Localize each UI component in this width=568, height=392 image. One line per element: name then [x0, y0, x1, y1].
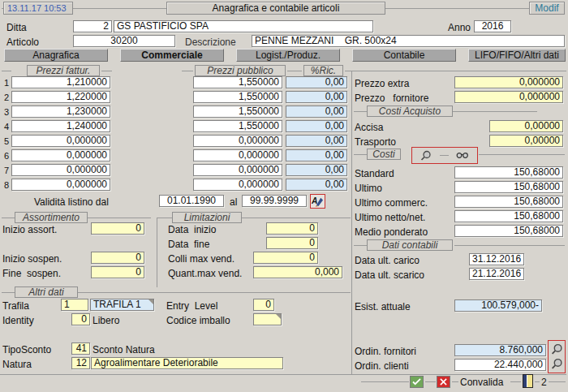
costi-glasses-icon[interactable] — [456, 152, 469, 159]
data-inizio-field[interactable]: 0 — [266, 222, 318, 235]
natura-code-field[interactable]: 12 — [71, 357, 90, 369]
divider-line — [2, 292, 15, 293]
prezzo-fattur-field[interactable]: 0,000000 — [11, 149, 110, 162]
convalida-confirm-button[interactable] — [410, 376, 424, 388]
divider-line — [425, 381, 436, 382]
quant-max-vend-label: Quant.max vend. — [168, 268, 242, 279]
prezzo-pubblico-field[interactable]: 0,000000 — [193, 179, 282, 191]
ordin-clienti-label: Ordin. clienti — [355, 360, 409, 372]
prezzo-fattur-field[interactable]: 1,230000 — [11, 106, 110, 118]
prezzo-fornitore-label: Prezzo fornitore — [355, 93, 428, 104]
divider-line — [354, 154, 367, 155]
natura-desc-field[interactable]: Agroalimentare Deteriorabile — [91, 357, 283, 369]
prezzo-extra-label: Prezzo extra — [355, 78, 409, 89]
costo-standard-field[interactable]: 150,68000 — [454, 166, 563, 179]
articolo-label: Articolo — [6, 37, 39, 48]
altri-dati-group-header: Altri dati — [15, 286, 78, 298]
inizio-assort-field[interactable]: 0 — [91, 222, 144, 235]
divider-line — [101, 71, 112, 71]
colli-max-vend-label: Colli max vend. — [168, 253, 235, 265]
costo-medio-ponderato-label: Medio ponderato — [355, 226, 428, 238]
prezzo-extra-field[interactable]: 0,000000 — [454, 76, 563, 88]
costo-ultimo-commerc-field[interactable]: 150,68000 — [454, 196, 563, 208]
prezzo-pubblico-field[interactable]: 0,000000 — [193, 135, 282, 147]
esist-attuale-field: 100.579,000- — [454, 299, 542, 312]
divider-line — [157, 218, 172, 218]
fine-sospen-field[interactable]: 0 — [91, 266, 144, 278]
costi-search-icon[interactable] — [420, 150, 432, 162]
tiposconto-desc-label: Sconto Natura — [93, 344, 155, 355]
data-ult-carico-label: Data ult. carico — [355, 255, 420, 266]
prezzo-fattur-field[interactable]: 0,000000 — [11, 164, 110, 176]
prezzo-pubblico-field[interactable]: 0,000000 — [193, 149, 282, 162]
colli-max-vend-field[interactable]: 0 — [253, 252, 318, 264]
prezzo-fattur-field[interactable]: 0,000000 — [11, 135, 110, 147]
modif-button[interactable]: Modif — [529, 2, 565, 15]
divider-line — [242, 218, 351, 218]
identity-field[interactable]: 0 — [71, 313, 90, 325]
trafila-code-field[interactable]: 1 — [61, 299, 88, 311]
divider-line — [351, 71, 352, 374]
descrizione-field[interactable]: PENNE MEZZANI GR. 500x24 — [252, 35, 565, 47]
tab-anagrafica[interactable]: Anagrafica — [4, 49, 108, 62]
costo-medio-ponderato-field[interactable]: 150,68000 — [454, 225, 563, 237]
divider-line — [182, 71, 193, 71]
data-ult-scarico-field[interactable]: 21.12.2016 — [469, 268, 524, 280]
perc-ric-field: 0,00 — [286, 106, 347, 118]
ditta-name-field[interactable]: GS PASTIFICIO SPA — [114, 20, 373, 32]
prezzo-fornitore-field[interactable]: 0,000000 — [454, 91, 563, 103]
identity-label: Identity — [2, 315, 34, 326]
prezzo-fattur-field[interactable]: 1,240000 — [11, 120, 110, 132]
tiposconto-code-field[interactable]: 41 — [71, 342, 90, 355]
accisa-field[interactable]: 0,00000 — [489, 120, 563, 132]
entry-level-field[interactable]: 0 — [253, 299, 274, 311]
data-fine-field[interactable]: 0 — [266, 237, 318, 249]
costo-ultimo-netto-field[interactable]: 150,68000 — [454, 210, 563, 222]
prezzo-pubblico-field[interactable]: 1,550000 — [193, 106, 282, 118]
costi-group-header: Costi — [367, 149, 401, 160]
inizio-sospen-field[interactable]: 0 — [91, 252, 144, 264]
ordin-fornitori-search-icon[interactable] — [551, 343, 563, 355]
price-row-number: 6 — [2, 150, 9, 162]
pen-over-a-icon: A — [312, 196, 324, 207]
divider-line — [452, 381, 458, 382]
trafila-desc-field: TRAFILA 1 — [90, 299, 154, 311]
tab-lifo-fifo-altri-dati[interactable]: LIFO/FIFO/Altri dati — [468, 49, 566, 62]
check-icon — [412, 378, 421, 386]
inizio-assort-label: Inizio assort. — [2, 224, 57, 235]
costi-tools-group — [411, 147, 478, 164]
validita-al-field[interactable]: 99.99.9999 — [242, 195, 307, 207]
ordin-clienti-search-icon[interactable] — [551, 358, 563, 370]
tab-contabile[interactable]: Contabile — [352, 49, 456, 62]
trasporto-field[interactable]: 0,00000 — [489, 135, 563, 147]
anno-field[interactable]: 2016 — [474, 20, 511, 32]
inizio-sospen-label: Inizio sospen. — [2, 253, 62, 265]
prezzo-pubblico-field[interactable]: 0,000000 — [193, 164, 282, 176]
corner-fold-icon — [276, 314, 281, 319]
costo-ultimo-field[interactable]: 150,68000 — [454, 181, 563, 193]
prezzo-pubblico-field[interactable]: 1,550000 — [193, 120, 282, 132]
data-ult-carico-field[interactable]: 31.12.2016 — [469, 253, 524, 265]
divider-line — [453, 111, 537, 112]
codice-imballo-field[interactable] — [253, 313, 282, 325]
ordin-clienti-field[interactable]: 22.440,000 — [454, 359, 546, 371]
validita-dal-field[interactable]: 01.01.1990 — [159, 195, 224, 207]
prezzo-fattur-field[interactable]: 1,220000 — [11, 91, 110, 103]
divider-line — [78, 292, 351, 293]
data-inizio-label: Data inizio — [168, 224, 216, 235]
tab-commerciale[interactable]: Commerciale — [120, 49, 224, 62]
validity-edit-button[interactable]: A — [310, 194, 325, 209]
articolo-code-field[interactable]: 30200 — [73, 35, 175, 47]
notebook-page-icon[interactable] — [523, 374, 533, 388]
quant-max-vend-field[interactable]: 0,000 — [253, 266, 342, 278]
convalida-cancel-button[interactable] — [437, 376, 450, 388]
prezzo-fattur-field[interactable]: 1,210000 — [11, 76, 110, 88]
article-master-window: 13.11.17 10:53 Anagrafica e contabile ar… — [0, 0, 568, 392]
prezzo-pubblico-field[interactable]: 1,550000 — [193, 76, 282, 88]
prezzo-pubblico-field[interactable]: 1,550000 — [193, 91, 282, 103]
tab-logist-produz[interactable]: Logist./Produz. — [236, 49, 340, 62]
price-row-number: 4 — [2, 121, 9, 132]
ditta-code-field[interactable]: 2 — [73, 20, 112, 32]
price-row-number: 5 — [2, 136, 9, 147]
prezzo-fattur-field[interactable]: 0,000000 — [11, 179, 110, 191]
